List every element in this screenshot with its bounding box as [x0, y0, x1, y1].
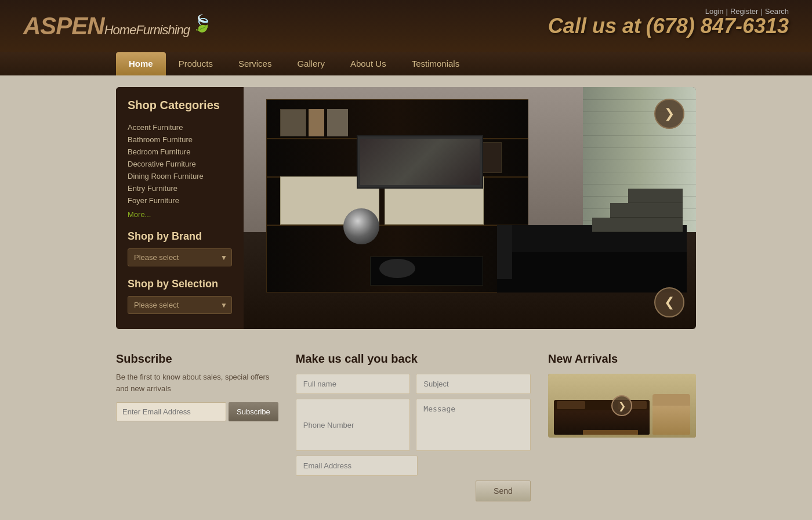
brand-title: Shop by Brand — [128, 230, 232, 243]
search-link[interactable]: Search — [765, 7, 789, 16]
slider-area: ❯ ❮ — [244, 87, 696, 329]
subscribe-description: Be the first to know about sales, specia… — [116, 371, 278, 394]
slider-prev-button[interactable]: ❮ — [654, 287, 684, 317]
logo-sub: HomeFurnishing — [104, 23, 190, 37]
logo-aspen: ASPEN — [23, 12, 104, 39]
phone-input[interactable] — [296, 399, 411, 451]
callback-section: Make us call you back Send — [296, 352, 531, 501]
tv-screen — [360, 139, 480, 185]
sep2: | — [760, 7, 762, 16]
subject-input[interactable] — [416, 374, 531, 394]
selection-title: Shop by Selection — [128, 278, 232, 290]
main-wrapper: Shop Categories Accent Furniture Bathroo… — [0, 75, 812, 520]
nav-services[interactable]: Services — [226, 52, 285, 75]
subscribe-button[interactable]: Subscribe — [229, 402, 278, 421]
categories-title: Shop Categories — [128, 99, 232, 112]
daybed — [497, 225, 687, 293]
message-input[interactable] — [416, 399, 531, 451]
selection-dropdown-wrap: Please select ▼ — [128, 296, 232, 314]
brand-dropdown[interactable]: Please select — [128, 248, 232, 266]
form-row-2 — [296, 399, 531, 451]
brand-dropdown-wrap: Please select ▼ — [128, 248, 232, 266]
phone-call: Call us at (678) 847-6313 — [548, 14, 789, 38]
sep1: | — [726, 7, 728, 16]
cat-entry[interactable]: Entry Furniture — [128, 182, 232, 194]
callback-title: Make us call you back — [296, 352, 531, 366]
form-row-1 — [296, 374, 531, 394]
cat-foyer[interactable]: Foyer Furniture — [128, 194, 232, 207]
content-row: Shop Categories Accent Furniture Bathroo… — [116, 87, 696, 329]
form-row-3 — [296, 456, 531, 476]
header: ASPENHomeFurnishing 🍃 Login | Register |… — [0, 0, 812, 52]
brand-section: Shop by Brand Please select ▼ — [128, 230, 232, 266]
nav-testimonials[interactable]: Testimonials — [399, 52, 473, 75]
cat-dining[interactable]: Dining Room Furniture — [128, 170, 232, 182]
arrivals-image: ❯ — [548, 374, 696, 438]
cat-bedroom[interactable]: Bedroom Furniture — [128, 146, 232, 158]
arrivals-title: New Arrivals — [548, 352, 696, 366]
phone-label: Call us at — [548, 14, 641, 38]
cat-decorative[interactable]: Decorative Furniture — [128, 158, 232, 170]
subscribe-title: Subscribe — [116, 352, 278, 366]
navigation: Home Products Services Gallery About Us … — [0, 52, 812, 75]
login-link[interactable]: Login — [705, 7, 724, 16]
callback-email-input[interactable] — [296, 456, 418, 476]
email-input[interactable] — [116, 402, 226, 421]
leaf-icon: 🍃 — [192, 14, 212, 33]
fullname-input[interactable] — [296, 374, 411, 394]
cat-bathroom[interactable]: Bathroom Furniture — [128, 133, 232, 146]
nav-about[interactable]: About Us — [338, 52, 399, 75]
selection-section: Shop by Selection Please select ▼ — [128, 278, 232, 314]
send-button[interactable]: Send — [476, 481, 531, 501]
selection-dropdown[interactable]: Please select — [128, 296, 232, 314]
steps — [592, 160, 683, 232]
nav-home[interactable]: Home — [116, 52, 166, 75]
phone-number: (678) 847-6313 — [646, 14, 789, 38]
cat-accent[interactable]: Accent Furniture — [128, 121, 232, 133]
nav-products[interactable]: Products — [166, 52, 226, 75]
nav-gallery[interactable]: Gallery — [284, 52, 338, 75]
arrivals-nav-button[interactable]: ❯ — [611, 395, 632, 416]
decorative-globe — [343, 208, 379, 244]
more-categories-link[interactable]: More... — [128, 210, 232, 219]
logo-text: ASPENHomeFurnishing — [23, 12, 190, 40]
subscribe-section: Subscribe Be the first to know about sal… — [116, 352, 278, 501]
logo-area: ASPENHomeFurnishing 🍃 — [23, 12, 212, 40]
room-scene — [244, 87, 696, 329]
register-link[interactable]: Register — [730, 7, 758, 16]
subscribe-form: Subscribe — [116, 402, 278, 421]
slider-next-button[interactable]: ❯ — [654, 99, 684, 129]
top-links: Login | Register | Search — [705, 7, 789, 16]
tv-unit — [357, 135, 483, 189]
arrivals-section: New Arrivals ❯ — [548, 352, 696, 501]
bottom-row: Subscribe Be the first to know about sal… — [116, 341, 696, 513]
sidebar: Shop Categories Accent Furniture Bathroo… — [116, 87, 244, 329]
